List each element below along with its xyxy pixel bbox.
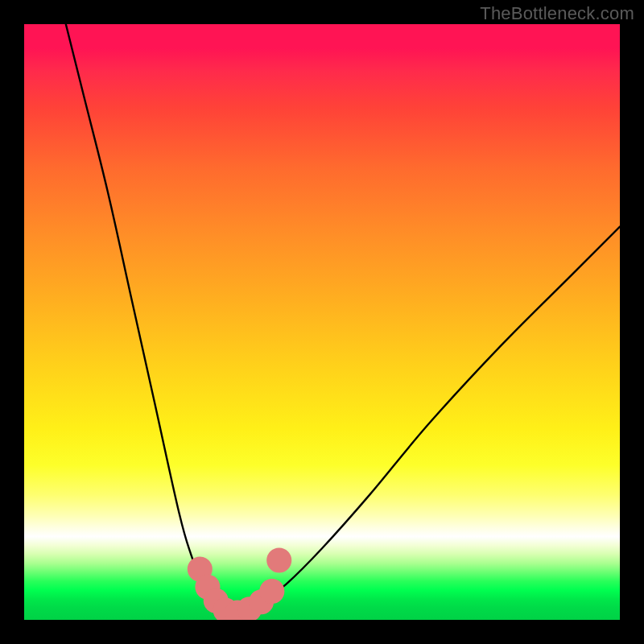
marker-dot — [266, 547, 291, 572]
bottleneck-curve — [66, 24, 620, 614]
highlight-markers — [188, 547, 291, 620]
watermark-text: TheBottleneck.com — [480, 3, 634, 24]
curve-layer — [24, 24, 620, 620]
marker-dot — [259, 579, 284, 604]
plot-area — [24, 24, 620, 620]
chart-frame: TheBottleneck.com — [0, 0, 644, 644]
